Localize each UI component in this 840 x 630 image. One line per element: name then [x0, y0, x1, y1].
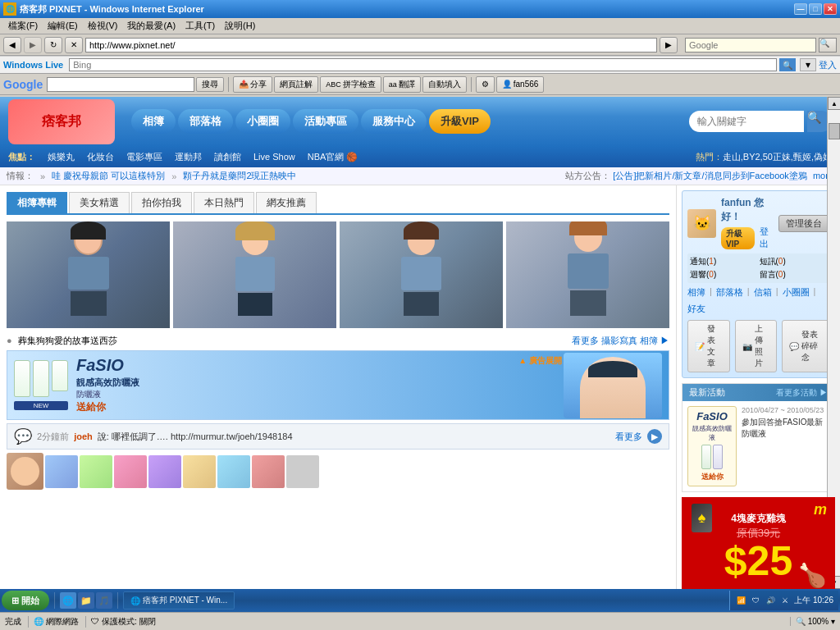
hot-link-movie[interactable]: 電影專區 — [126, 151, 162, 163]
strip-item-4[interactable] — [148, 455, 181, 488]
autofill-btn[interactable]: 自動填入 — [422, 76, 467, 93]
tab-friend-recommend[interactable]: 網友推薦 — [256, 192, 317, 213]
stop-button[interactable]: ✕ — [65, 37, 83, 53]
tray-security[interactable]: 🛡 — [750, 595, 761, 606]
strip-item-2[interactable] — [80, 455, 112, 488]
post-murmur-btn[interactable]: 💬 發表碎碎念 — [782, 320, 829, 372]
tray-antivirus[interactable]: ⚔ — [779, 595, 791, 606]
taskbar-ie-item[interactable]: 🌐 痞客邦 PIXNET - Win... — [123, 591, 235, 609]
close-button[interactable]: ✕ — [824, 3, 837, 15]
bing-search-btn[interactable]: 🔍 — [779, 58, 796, 71]
tab-album-special[interactable]: 相簿專輯 — [7, 192, 67, 213]
strip-item-3[interactable] — [114, 455, 147, 488]
logout-link[interactable]: 登出 — [760, 226, 774, 250]
fasio-banner-ad[interactable]: NEW FaSIO 靚感高效防曬液 防曬液 送給你 ▲ 廣告展開 — [7, 350, 669, 420]
hot-link-makeup[interactable]: 化妝台 — [87, 151, 114, 163]
link-blog[interactable]: 部落格 — [716, 286, 743, 299]
nav-album[interactable]: 相簿 — [131, 109, 176, 134]
photo-item-1[interactable] — [7, 221, 170, 328]
photo-item-3[interactable] — [340, 221, 503, 328]
minimize-button[interactable]: — — [794, 3, 807, 15]
forward-button[interactable]: ▶ — [24, 37, 42, 53]
menu-tools[interactable]: 工具(T) — [180, 19, 220, 33]
strip-item-8[interactable] — [286, 455, 319, 488]
nav-service[interactable]: 服務中心 — [361, 109, 427, 134]
link-circle[interactable]: 小圈圈 — [783, 286, 810, 299]
spell-btn[interactable]: ABC 拼字檢查 — [320, 76, 381, 93]
tab-hot-today[interactable]: 本日熱門 — [194, 192, 254, 213]
back-button[interactable]: ◀ — [3, 37, 21, 53]
photo-item-4[interactable] — [506, 221, 669, 328]
nav-events[interactable]: 活動專區 — [293, 109, 358, 134]
menu-help[interactable]: 說明(H) — [220, 19, 260, 33]
hot-link-nba[interactable]: NBA官網 🏀 — [308, 151, 358, 163]
go-button[interactable]: ▶ — [660, 37, 678, 53]
refresh-button[interactable]: ↻ — [44, 37, 62, 53]
more-photos-link[interactable]: 看更多 攝影寫真 相簿 ▶ — [572, 335, 669, 347]
menu-edit[interactable]: 編輯(E) — [43, 19, 83, 33]
link-album[interactable]: 相簿 — [687, 286, 705, 299]
hot-link-entertainment[interactable]: 娛樂丸 — [48, 151, 75, 163]
zoom-control[interactable]: 🔍 100% ▾ — [790, 617, 835, 626]
search-button[interactable]: 🔍 — [819, 38, 837, 52]
strip-item-6[interactable] — [217, 455, 250, 488]
share-btn[interactable]: 📤 分享 — [233, 76, 272, 93]
scroll-up[interactable]: ▲ — [828, 97, 840, 110]
quick-ie[interactable]: 🌐 — [60, 592, 76, 609]
settings-btn[interactable]: ⚙ — [476, 76, 495, 93]
annotate-btn[interactable]: 網頁註解 — [274, 76, 318, 93]
nav-circle[interactable]: 小圈圈 — [235, 109, 290, 134]
strip-item-7[interactable] — [252, 455, 285, 488]
site-logo[interactable]: 痞客邦 — [8, 99, 115, 144]
login-link[interactable]: 登入 — [819, 59, 837, 71]
nav-vip[interactable]: 升級VIP — [429, 109, 491, 134]
vip-upgrade-btn[interactable]: 升級VIP — [721, 227, 755, 249]
maximize-button[interactable]: □ — [809, 3, 822, 15]
hot-link-liveshow[interactable]: Live Show — [253, 152, 295, 162]
photo-caption-text: 葬集狗狗愛的故事送西莎 — [18, 336, 117, 345]
user-menu-btn[interactable]: 👤 fan566 — [496, 76, 545, 93]
address-input[interactable] — [85, 38, 657, 52]
hot-link-reading[interactable]: 讀創館 — [214, 151, 241, 163]
menu-favorites[interactable]: 我的最愛(A) — [122, 19, 180, 33]
banner-model — [564, 353, 662, 418]
hot-link-sports[interactable]: 運動邦 — [175, 151, 202, 163]
tray-network[interactable]: 📶 — [735, 595, 746, 606]
murmur-user[interactable]: joeh — [74, 431, 93, 441]
site-search-input[interactable] — [689, 111, 804, 132]
link-friends[interactable]: 好友 — [687, 303, 705, 315]
menu-view[interactable]: 檢視(V) — [83, 19, 123, 33]
start-button[interactable]: ⊞ 開始 — [2, 591, 49, 610]
photo-item-2[interactable] — [173, 221, 336, 328]
tab-photo-me[interactable]: 拍你拍我 — [131, 192, 192, 213]
ad-more-link[interactable]: 看更多活動 ▶ — [776, 387, 828, 399]
menu-file[interactable]: 檔案(F) — [3, 19, 43, 33]
murmur-more-button[interactable]: ▶ — [647, 429, 662, 444]
bing-option-btn[interactable]: ▾ — [800, 58, 816, 71]
google-search-button[interactable]: 搜尋 — [196, 77, 224, 92]
nav-blog[interactable]: 部落格 — [178, 109, 233, 134]
quick-media[interactable]: 🎵 — [96, 592, 112, 609]
mcdonalds-ad[interactable]: ♠ m 4塊麥克雞塊 原價39元 $25 🍗 — [682, 497, 835, 589]
strip-item-0[interactable] — [7, 453, 43, 490]
scroll-thumb[interactable] — [829, 123, 840, 139]
bing-input[interactable] — [69, 58, 777, 71]
photo-figure-3 — [340, 221, 503, 328]
link-inbox[interactable]: 信箱 — [754, 286, 772, 299]
write-article-btn[interactable]: 📝 發表文章 — [687, 320, 730, 372]
translate-btn[interactable]: aa 翻譯 — [383, 76, 421, 93]
strip-item-5[interactable] — [183, 455, 216, 488]
strip-item-1[interactable] — [45, 455, 78, 488]
info-link-1[interactable]: 哇 慶祝母親節 可以這樣特別 — [52, 170, 165, 182]
google-search-input[interactable] — [47, 77, 194, 92]
search-input[interactable] — [685, 38, 816, 52]
tab-beauty[interactable]: 美女精選 — [69, 192, 130, 213]
upload-photo-btn[interactable]: 📷 上傳照片 — [735, 320, 778, 372]
tray-volume[interactable]: 🔊 — [765, 595, 776, 606]
murmur-more-link[interactable]: 看更多 — [615, 431, 642, 443]
announcement-link[interactable]: [公告]把新相片/新文章/消息同步到Facebook塗鴉 — [613, 171, 807, 180]
quick-folder[interactable]: 📁 — [78, 592, 94, 609]
ad-expand-btn[interactable]: ▲ 廣告展開 — [518, 355, 562, 367]
manage-btn[interactable]: 管理後台 — [778, 215, 829, 232]
info-link-2[interactable]: 顆子丹就是藥問2現正熱映中 — [183, 170, 296, 182]
